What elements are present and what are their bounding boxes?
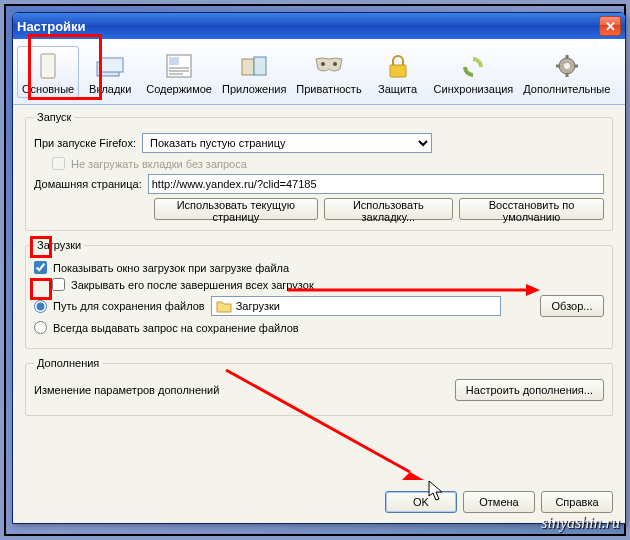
tab-label: Приватность bbox=[296, 83, 361, 95]
tab-security[interactable]: Защита bbox=[367, 46, 429, 98]
addons-text: Изменение параметров дополнений bbox=[34, 384, 219, 396]
always-ask-radio[interactable] bbox=[34, 321, 47, 334]
group-legend: Дополнения bbox=[34, 357, 102, 369]
svg-point-15 bbox=[564, 63, 570, 69]
help-button[interactable]: Справка bbox=[541, 491, 613, 513]
always-ask-label: Всегда выдавать запрос на сохранение фай… bbox=[53, 322, 299, 334]
homepage-label: Домашняя страница: bbox=[34, 178, 142, 190]
tab-label: Приложения bbox=[222, 83, 286, 95]
window-title: Настройки bbox=[17, 19, 86, 34]
settings-window: Настройки ✕ Основные Вкладки Содержимое bbox=[12, 12, 626, 524]
save-location-field[interactable]: Загрузки bbox=[211, 296, 501, 316]
tab-label: Основные bbox=[22, 83, 74, 95]
save-to-radio[interactable] bbox=[34, 300, 47, 313]
svg-point-12 bbox=[333, 62, 337, 66]
watermark: sinyashin.ru bbox=[541, 514, 620, 532]
tab-applications[interactable]: Приложения bbox=[217, 46, 291, 98]
applications-icon bbox=[238, 51, 270, 81]
tab-privacy[interactable]: Приватность bbox=[291, 46, 366, 98]
tab-label: Защита bbox=[378, 83, 417, 95]
on-start-select[interactable]: Показать пустую страницу bbox=[142, 133, 432, 153]
manage-addons-button[interactable]: Настроить дополнения... bbox=[455, 379, 604, 401]
svg-rect-5 bbox=[169, 57, 179, 65]
save-location-text: Загрузки bbox=[236, 300, 280, 312]
on-start-label: При запуске Firefox: bbox=[34, 137, 136, 149]
tab-sync[interactable]: Синхронизация bbox=[429, 46, 519, 98]
homepage-input[interactable] bbox=[148, 174, 604, 194]
tab-label: Вкладки bbox=[89, 83, 131, 95]
tab-label: Содержимое bbox=[146, 83, 212, 95]
close-icon[interactable]: ✕ bbox=[599, 16, 621, 36]
save-to-label: Путь для сохранения файлов bbox=[53, 300, 205, 312]
lock-icon bbox=[382, 51, 414, 81]
startup-group: Запуск При запуске Firefox: Показать пус… bbox=[25, 111, 613, 231]
svg-rect-0 bbox=[41, 54, 55, 78]
titlebar[interactable]: Настройки ✕ bbox=[13, 13, 625, 39]
toolbar: Основные Вкладки Содержимое Приложения П… bbox=[13, 39, 625, 105]
use-bookmark-button[interactable]: Использовать закладку... bbox=[324, 198, 453, 220]
gear-icon bbox=[551, 51, 583, 81]
show-downloads-window-checkbox[interactable] bbox=[34, 261, 47, 274]
folder-icon bbox=[216, 299, 232, 313]
downloads-group: Загрузки Показывать окно загрузок при за… bbox=[25, 239, 613, 349]
addons-group: Дополнения Изменение параметров дополнен… bbox=[25, 357, 613, 416]
tab-general[interactable]: Основные bbox=[17, 46, 79, 98]
panel-body: Запуск При запуске Firefox: Показать пус… bbox=[13, 105, 625, 485]
general-icon bbox=[32, 51, 64, 81]
tab-label: Дополнительные bbox=[523, 83, 610, 95]
content-icon bbox=[163, 51, 195, 81]
tab-label: Синхронизация bbox=[434, 83, 514, 95]
show-downloads-window-label: Показывать окно загрузок при загрузке фа… bbox=[53, 262, 289, 274]
use-current-button[interactable]: Использовать текущую страницу bbox=[154, 198, 318, 220]
restore-default-button[interactable]: Восстановить по умолчанию bbox=[459, 198, 604, 220]
dont-load-tabs-label: Не загружать вкладки без запроса bbox=[71, 158, 247, 170]
group-legend: Загрузки bbox=[34, 239, 84, 251]
svg-rect-9 bbox=[242, 59, 254, 75]
svg-rect-10 bbox=[254, 57, 266, 75]
cancel-button[interactable]: Отмена bbox=[463, 491, 535, 513]
group-legend: Запуск bbox=[34, 111, 74, 123]
svg-rect-13 bbox=[390, 65, 406, 77]
tab-advanced[interactable]: Дополнительные bbox=[518, 46, 615, 98]
dont-load-tabs-checkbox bbox=[52, 157, 65, 170]
privacy-mask-icon bbox=[313, 51, 345, 81]
tab-content[interactable]: Содержимое bbox=[141, 46, 217, 98]
close-after-checkbox[interactable] bbox=[52, 278, 65, 291]
tab-tabs[interactable]: Вкладки bbox=[79, 46, 141, 98]
dialog-button-bar: OK Отмена Справка bbox=[13, 485, 625, 523]
tabs-icon bbox=[94, 51, 126, 81]
sync-icon bbox=[457, 51, 489, 81]
browse-button[interactable]: Обзор... bbox=[540, 295, 604, 317]
ok-button[interactable]: OK bbox=[385, 491, 457, 513]
svg-point-11 bbox=[321, 62, 325, 66]
svg-rect-3 bbox=[101, 58, 123, 72]
close-after-label: Закрывать его после завершения всех загр… bbox=[71, 279, 314, 291]
